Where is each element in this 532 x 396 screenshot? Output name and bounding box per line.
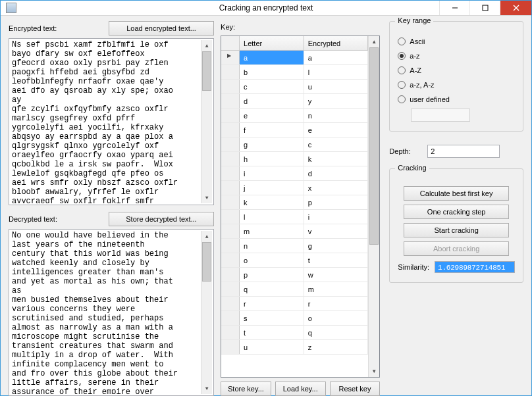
row-header[interactable] [221, 210, 240, 224]
row-header[interactable] [221, 326, 240, 339]
cell-encrypted[interactable]: w [304, 268, 369, 282]
radio-a-z-a-z[interactable]: a-z, A-z [398, 78, 515, 91]
scroll-thumb[interactable] [369, 47, 379, 245]
cell-letter[interactable]: c [240, 80, 304, 93]
table-row[interactable]: li [221, 210, 368, 224]
row-header[interactable] [221, 123, 240, 137]
cell-letter[interactable]: m [240, 224, 304, 238]
cell-encrypted[interactable]: t [304, 253, 369, 267]
cell-encrypted[interactable]: c [304, 137, 369, 151]
row-header[interactable]: ▶ [221, 51, 240, 64]
cell-letter[interactable]: t [240, 326, 304, 339]
cell-encrypted[interactable]: e [304, 123, 369, 137]
scroll-up-icon[interactable]: ▲ [369, 36, 379, 47]
encrypted-scrollbar[interactable]: ▲ ▼ [201, 40, 212, 203]
radio-ascii[interactable]: Ascii [398, 35, 515, 48]
row-header[interactable] [221, 239, 240, 253]
row-header[interactable] [221, 137, 240, 151]
scroll-thumb[interactable] [202, 242, 211, 282]
col-letter[interactable]: Letter [240, 36, 304, 50]
row-header[interactable] [221, 65, 240, 79]
calc-first-key-button[interactable]: Calculate best first key [404, 186, 509, 201]
cell-encrypted[interactable]: x [304, 181, 369, 195]
table-row[interactable]: ot [221, 253, 368, 268]
depth-input[interactable] [427, 145, 500, 158]
table-row[interactable]: en [221, 109, 368, 123]
table-row[interactable]: mv [221, 224, 368, 239]
row-header[interactable] [221, 80, 240, 93]
cell-letter[interactable]: l [240, 210, 304, 224]
cell-encrypted[interactable]: m [304, 282, 369, 296]
load-key-button[interactable]: Load key... [275, 382, 326, 396]
cell-letter[interactable]: s [240, 311, 304, 325]
cell-encrypted[interactable]: v [304, 224, 369, 238]
row-header[interactable] [221, 166, 240, 180]
table-row[interactable]: so [221, 311, 368, 326]
cell-encrypted[interactable]: n [304, 109, 369, 122]
reset-key-button[interactable]: Reset key [330, 382, 381, 396]
cell-encrypted[interactable]: k [304, 152, 369, 166]
cell-encrypted[interactable]: y [304, 94, 369, 108]
table-row[interactable]: dy [221, 94, 368, 109]
col-encrypted[interactable]: Encrypted [304, 36, 369, 50]
cell-letter[interactable]: n [240, 239, 304, 253]
encrypted-textarea[interactable]: Ns sef pscbi xamf zfblfmfi le oxf bayo d… [9, 38, 214, 205]
cell-letter[interactable]: r [240, 297, 304, 310]
table-row[interactable]: gc [221, 137, 368, 152]
table-row[interactable]: jx [221, 181, 368, 195]
decrypted-textarea[interactable]: No one would have believed in the last y… [9, 229, 214, 396]
minimize-button[interactable] [439, 1, 469, 15]
close-button[interactable] [500, 1, 531, 15]
cell-letter[interactable]: d [240, 94, 304, 108]
table-row[interactable]: pw [221, 268, 368, 282]
row-header[interactable] [221, 181, 240, 195]
row-header[interactable] [221, 152, 240, 166]
row-header[interactable] [221, 109, 240, 122]
cell-letter[interactable]: a [240, 51, 304, 64]
cell-letter[interactable]: u [240, 340, 304, 354]
table-row[interactable]: hk [221, 152, 368, 166]
row-header[interactable] [221, 311, 240, 325]
abort-cracking-button[interactable]: Abort cracking [404, 241, 509, 256]
cell-letter[interactable]: o [240, 253, 304, 267]
row-header[interactable] [221, 268, 240, 282]
store-key-button[interactable]: Store key... [221, 382, 271, 396]
table-row[interactable]: rr [221, 297, 368, 311]
radio-a-z[interactable]: A-Z [398, 64, 515, 77]
table-row[interactable]: bl [221, 65, 368, 80]
cell-encrypted[interactable]: o [304, 311, 369, 325]
key-grid[interactable]: Letter Encrypted ▶aablcudyenfegchkidjxkp… [221, 36, 380, 378]
radio-user-defined[interactable]: user defined [398, 93, 515, 106]
cell-letter[interactable]: i [240, 166, 304, 180]
scroll-down-icon[interactable]: ▼ [201, 383, 212, 394]
decrypted-scrollbar[interactable]: ▲ ▼ [201, 231, 212, 394]
cell-encrypted[interactable]: g [304, 239, 369, 253]
table-row[interactable]: qm [221, 282, 368, 297]
cell-encrypted[interactable]: r [304, 297, 369, 310]
table-row[interactable]: tq [221, 326, 368, 340]
table-row[interactable]: uz [221, 340, 368, 355]
table-row[interactable]: cu [221, 80, 368, 94]
row-header[interactable] [221, 253, 240, 267]
table-row[interactable]: id [221, 166, 368, 181]
table-row[interactable]: fe [221, 123, 368, 137]
one-step-button[interactable]: One cracking step [404, 205, 509, 219]
row-header[interactable] [221, 340, 240, 354]
cell-letter[interactable]: e [240, 109, 304, 122]
row-header[interactable] [221, 224, 240, 238]
row-header[interactable] [221, 195, 240, 209]
cell-letter[interactable]: b [240, 65, 304, 79]
radio-a-z[interactable]: a-z [398, 49, 515, 62]
scroll-down-icon[interactable]: ▼ [369, 366, 379, 377]
cell-encrypted[interactable]: a [304, 51, 369, 64]
maximize-button[interactable] [469, 1, 500, 15]
cell-encrypted[interactable]: q [304, 326, 369, 339]
row-header[interactable] [221, 94, 240, 108]
table-row[interactable]: kp [221, 195, 368, 210]
cell-letter[interactable]: f [240, 123, 304, 137]
cell-letter[interactable]: j [240, 181, 304, 195]
cell-encrypted[interactable]: d [304, 166, 369, 180]
cell-encrypted[interactable]: l [304, 65, 369, 79]
cell-letter[interactable]: h [240, 152, 304, 166]
load-encrypted-button[interactable]: Load encrypted text... [109, 21, 214, 36]
